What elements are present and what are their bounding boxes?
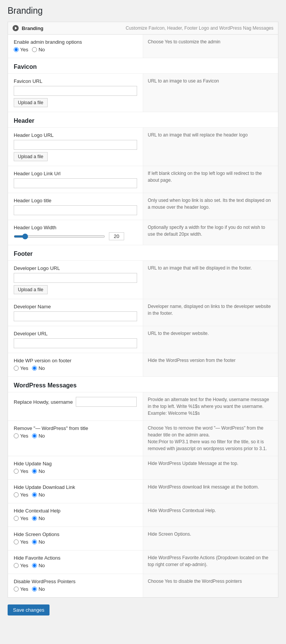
disable-wp-pointers-yes-label[interactable]: Yes (14, 586, 28, 592)
header-logo-url-row: Header Logo URL Upload a file URL to an … (8, 128, 278, 166)
hide-update-nag-yes-label[interactable]: Yes (14, 468, 28, 474)
hide-update-nag-no-label[interactable]: No (32, 468, 45, 474)
replace-howdy-hint: Provide an alternate text for the Howdy,… (143, 392, 278, 420)
remove-wp-title-radio-group: Yes No (14, 433, 45, 439)
dev-logo-url-input[interactable] (14, 273, 137, 283)
remove-wp-title-no-radio[interactable] (32, 433, 37, 438)
hide-update-download-hint: Hide WordPress download link message at … (143, 480, 278, 503)
hide-update-download-label: Hide Update Download Link (14, 484, 137, 490)
hide-contextual-help-row: Hide Contextual Help Yes No Hide WordPre… (8, 503, 278, 527)
favicon-upload-button[interactable]: Upload a file (14, 98, 48, 107)
hide-update-download-yes-radio[interactable] (14, 492, 19, 497)
hide-contextual-help-left: Hide Contextual Help Yes No (8, 503, 143, 527)
header-logo-width-value: 20 (109, 232, 124, 240)
dev-url-input[interactable] (14, 338, 137, 348)
wp-messages-section-title-row: WordPress Messages (8, 377, 278, 392)
dev-url-label: Developer URL (14, 331, 137, 336)
hide-update-download-row: Hide Update Download Link Yes No Hide Wo… (8, 480, 278, 503)
hide-favorite-actions-yes-label[interactable]: Yes (14, 563, 28, 568)
hide-update-nag-left: Hide Update Nag Yes No (8, 456, 143, 479)
dev-url-hint: URL to the developer website. (143, 326, 278, 353)
hide-update-download-no-radio[interactable] (32, 492, 37, 497)
remove-wp-title-row: Remove "— WordPress" from title Yes No C… (8, 421, 278, 456)
dev-logo-url-left: Developer Logo URL Upload a file (8, 261, 143, 299)
hide-wp-version-yes-label[interactable]: Yes (14, 365, 28, 371)
hide-favorite-actions-no-label[interactable]: No (32, 563, 45, 568)
favicon-section-title-row: Favicon (8, 58, 278, 74)
hide-contextual-help-no-label[interactable]: No (32, 516, 45, 521)
dev-name-row: Developer Name Developer name, displayed… (8, 299, 278, 326)
hide-wp-version-no-label[interactable]: No (32, 365, 45, 371)
hide-wp-version-label: Hide WP version on footer (14, 358, 137, 363)
header-logo-title-hint: Only used when logo link is also set. It… (143, 193, 278, 220)
remove-wp-title-no-label[interactable]: No (32, 433, 45, 439)
hide-contextual-help-no-radio[interactable] (32, 516, 37, 521)
enable-admin-left: Enable admin branding options Yes No (8, 35, 143, 58)
hide-screen-options-radio-group: Yes No (14, 539, 45, 545)
enable-admin-hint: Choose Yes to customize the admin (143, 35, 278, 58)
disable-wp-pointers-yes-radio[interactable] (14, 587, 19, 592)
hide-contextual-help-yes-label[interactable]: Yes (14, 516, 28, 521)
header-logo-link-left: Header Logo Link Url (8, 166, 143, 193)
dev-url-row: Developer URL URL to the developer websi… (8, 326, 278, 353)
disable-wp-pointers-radio-group: Yes No (14, 586, 45, 592)
header-logo-link-hint: If left blank clicking on the top left l… (143, 166, 278, 193)
hide-screen-options-no-label[interactable]: No (32, 539, 45, 545)
dev-logo-upload-button[interactable]: Upload a file (14, 285, 48, 294)
enable-admin-yes-label[interactable]: Yes (14, 47, 28, 52)
header-logo-title-row: Header Logo title Only used when logo li… (8, 193, 278, 220)
disable-wp-pointers-left: Disable WordPress Pointers Yes No (8, 574, 143, 597)
hide-favorite-actions-no-radio[interactable] (32, 563, 37, 568)
enable-admin-no-radio[interactable] (32, 47, 37, 52)
disable-wp-pointers-no-radio[interactable] (32, 587, 37, 592)
hide-screen-options-no-radio[interactable] (32, 539, 37, 544)
disable-wp-pointers-no-label[interactable]: No (32, 586, 45, 592)
enable-admin-row: Enable admin branding options Yes No Cho… (8, 35, 278, 58)
save-changes-button[interactable]: Save changes (8, 604, 50, 615)
hide-wp-version-radio-group: Yes No (14, 365, 45, 371)
hide-contextual-help-radio-group: Yes No (14, 516, 45, 521)
hide-favorite-actions-hint: Hide WordPress Favorite Actions (Dropdow… (143, 550, 278, 574)
hide-screen-options-row: Hide Screen Options Yes No Hide Screen O… (8, 527, 278, 550)
hide-wp-version-yes-radio[interactable] (14, 366, 19, 371)
header-logo-title-left: Header Logo title (8, 193, 143, 220)
hide-update-nag-label: Hide Update Nag (14, 461, 137, 466)
hide-favorite-actions-row: Hide Favorite Actions Yes No Hide WordPr… (8, 550, 278, 574)
hide-screen-options-label: Hide Screen Options (14, 531, 137, 537)
hide-favorite-actions-yes-radio[interactable] (14, 563, 19, 568)
enable-admin-radio-group: Yes No (14, 47, 45, 52)
enable-admin-no-label[interactable]: No (32, 47, 45, 52)
dev-name-left: Developer Name (8, 299, 143, 326)
dev-name-hint: Developer name, displayed on links to th… (143, 299, 278, 326)
wp-messages-section-title: WordPress Messages (14, 382, 272, 389)
hide-wp-version-no-radio[interactable] (32, 366, 37, 371)
header-logo-link-input[interactable] (14, 178, 137, 188)
hide-update-download-no-label[interactable]: No (32, 492, 45, 498)
enable-admin-yes-radio[interactable] (14, 47, 19, 52)
favicon-url-input[interactable] (14, 86, 137, 96)
header-logo-width-slider[interactable] (14, 235, 105, 238)
hide-contextual-help-yes-radio[interactable] (14, 516, 19, 521)
hide-update-download-yes-label[interactable]: Yes (14, 492, 28, 498)
replace-howdy-left: Replace Howdy, username (8, 392, 143, 420)
dev-logo-url-hint: URL to an image that will be displayed i… (143, 261, 278, 299)
header-logo-link-label: Header Logo Link Url (14, 171, 137, 176)
dev-url-left: Developer URL (8, 326, 143, 353)
header-section-title-row: Header (8, 112, 278, 128)
hide-update-nag-no-radio[interactable] (32, 469, 37, 474)
branding-header-desc: Customize Favicon, Header, Footer Logo a… (47, 25, 273, 31)
header-logo-upload-button[interactable]: Upload a file (14, 152, 48, 161)
dev-name-input[interactable] (14, 311, 137, 321)
header-logo-url-input[interactable] (14, 140, 137, 150)
hide-update-nag-yes-radio[interactable] (14, 469, 19, 474)
hide-screen-options-yes-radio[interactable] (14, 539, 19, 544)
page-title: Branding (8, 6, 278, 16)
hide-screen-options-yes-label[interactable]: Yes (14, 539, 28, 545)
header-logo-title-input[interactable] (14, 205, 137, 215)
replace-howdy-label: Replace Howdy, username (14, 399, 73, 405)
remove-wp-title-yes-label[interactable]: Yes (14, 433, 28, 439)
favicon-url-left: Favicon URL Upload a file (8, 74, 143, 112)
remove-wp-title-yes-radio[interactable] (14, 433, 19, 438)
replace-howdy-input[interactable] (76, 397, 137, 407)
hide-wp-version-hint: Hide the WordPress version from the foot… (143, 353, 278, 376)
